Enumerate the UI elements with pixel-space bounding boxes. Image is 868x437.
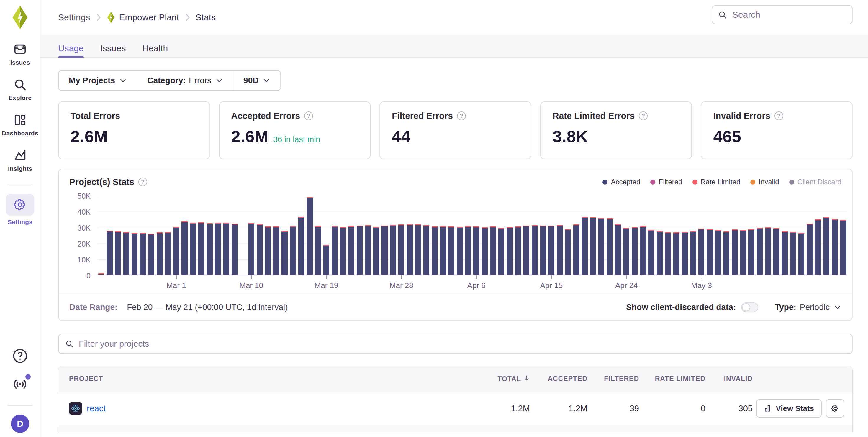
accepted-segment	[340, 228, 346, 274]
issues-icon	[13, 42, 27, 56]
accepted-segment	[473, 227, 479, 274]
project-link[interactable]: react	[87, 404, 105, 413]
column-header-rate-limited[interactable]: RATE LIMITED	[639, 375, 706, 383]
breadcrumb-org[interactable]: Empower Plant	[106, 11, 179, 23]
legend-item-rate-limited[interactable]: Rate Limited	[692, 178, 741, 186]
column-header-invalid[interactable]: INVALID	[706, 375, 753, 383]
column-header-total[interactable]: TOTAL	[456, 375, 530, 383]
stacked-bar	[398, 225, 404, 274]
bar-slot	[572, 196, 580, 274]
type-dropdown[interactable]: Type: Periodic	[775, 303, 841, 312]
bar-slot	[205, 196, 214, 274]
bar-slot	[530, 196, 539, 274]
sidebar-nav: IssuesExploreDashboardsInsightsSettings	[0, 42, 40, 237]
date-range-dropdown[interactable]: 90D	[233, 71, 280, 90]
search-input[interactable]	[732, 9, 846, 20]
stacked-bar	[465, 226, 471, 274]
stat-card-value-row: 2.6M	[70, 127, 198, 146]
stacked-bar	[757, 228, 763, 274]
stacked-bar	[690, 231, 696, 274]
sidebar-item-settings[interactable]: Settings	[0, 194, 40, 226]
stat-card-value-row: 465	[713, 127, 840, 146]
legend-item-accepted[interactable]: Accepted	[602, 178, 640, 186]
y-axis-label: 20K	[61, 240, 91, 248]
bar-slot	[822, 196, 831, 274]
accepted-segment	[273, 227, 279, 274]
sidebar-item-issues[interactable]: Issues	[0, 42, 40, 66]
legend-dot-icon	[692, 179, 698, 184]
stat-card-value: 2.6M	[70, 127, 108, 146]
stacked-bar	[740, 230, 746, 275]
accepted-segment	[415, 225, 421, 274]
stacked-bar	[365, 225, 371, 274]
accepted-segment	[523, 227, 529, 274]
client-discard-toggle[interactable]	[741, 302, 758, 312]
project-settings-button[interactable]	[826, 399, 844, 417]
legend-item-filtered[interactable]: Filtered	[650, 178, 682, 186]
bar-slot	[364, 196, 372, 274]
help-icon[interactable]: ?	[457, 111, 466, 120]
accepted-segment	[357, 227, 363, 274]
accepted-segment	[832, 220, 838, 274]
accepted-segment	[498, 229, 504, 274]
avatar[interactable]: D	[11, 414, 29, 433]
help-icon[interactable]: ?	[639, 111, 648, 120]
projects-filter-dropdown[interactable]: My Projects	[59, 71, 137, 90]
notification-dot	[25, 374, 31, 379]
tab-issues[interactable]: Issues	[100, 43, 126, 58]
invalid-cell: 305	[706, 404, 753, 413]
view-stats-button[interactable]: View Stats	[756, 399, 822, 417]
bar-slot	[389, 196, 397, 274]
column-header-accepted[interactable]: ACCEPTED	[530, 375, 587, 383]
bar-slot	[264, 196, 272, 274]
bar-slot	[239, 196, 247, 274]
category-filter-dropdown[interactable]: Category: Errors	[137, 71, 233, 90]
bar-slot	[322, 196, 331, 274]
bar-slot	[197, 196, 205, 274]
accepted-segment	[515, 227, 521, 274]
sidebar-item-dashboards[interactable]: Dashboards	[0, 113, 40, 137]
accepted-segment	[615, 225, 621, 274]
column-header-filtered[interactable]: FILTERED	[587, 375, 639, 383]
org-logo-icon	[106, 11, 115, 23]
broadcast-icon[interactable]	[12, 376, 28, 392]
bar-slot	[381, 196, 389, 274]
client-discard-toggle-label: Show client-discarded data:	[626, 303, 736, 312]
x-axis-label: Mar 19	[314, 281, 338, 290]
stacked-bar	[765, 227, 771, 274]
stat-card-value-row: 3.8K	[553, 127, 680, 146]
x-axis-label: Apr 24	[615, 281, 638, 290]
chart-footer-controls: Show client-discarded data: Type: Period…	[626, 302, 841, 312]
chart-footer: Date Range: Feb 20 — May 21 (+00:00 UTC,…	[59, 294, 852, 320]
stacked-bar	[457, 227, 463, 274]
chevron-right-icon	[95, 13, 101, 22]
x-axis-label: May 3	[691, 281, 712, 290]
help-icon[interactable]: ?	[138, 177, 147, 187]
column-header-project[interactable]: PROJECT	[69, 375, 456, 383]
stacked-bar	[198, 222, 204, 274]
sidebar-item-explore[interactable]: Explore	[0, 78, 40, 101]
project-filter-input[interactable]	[78, 339, 845, 349]
sidebar-item-insights[interactable]: Insights	[0, 148, 40, 172]
help-icon[interactable]: ?	[304, 111, 313, 120]
accepted-segment	[457, 228, 463, 274]
legend-item-client-discard[interactable]: Client Discard	[789, 178, 841, 186]
tab-health[interactable]: Health	[142, 43, 168, 58]
breadcrumb-settings[interactable]: Settings	[58, 12, 90, 23]
bar-slot	[539, 196, 547, 274]
accepted-segment	[748, 230, 754, 274]
tab-usage[interactable]: Usage	[58, 43, 84, 58]
help-icon[interactable]: ?	[774, 111, 783, 120]
stacked-bar	[148, 234, 154, 274]
sentry-logo[interactable]	[11, 5, 30, 30]
legend-item-invalid[interactable]: Invalid	[750, 178, 779, 186]
stacked-bar	[615, 224, 621, 274]
filter-bar: My Projects Category: Errors 90D	[58, 70, 281, 91]
accepted-segment	[423, 226, 429, 274]
accepted-segment	[757, 229, 763, 274]
chevron-right-icon	[184, 13, 190, 22]
x-axis-tick	[551, 275, 552, 279]
stacked-bar	[515, 227, 521, 274]
help-icon[interactable]	[12, 348, 28, 364]
stacked-bar	[582, 217, 587, 274]
